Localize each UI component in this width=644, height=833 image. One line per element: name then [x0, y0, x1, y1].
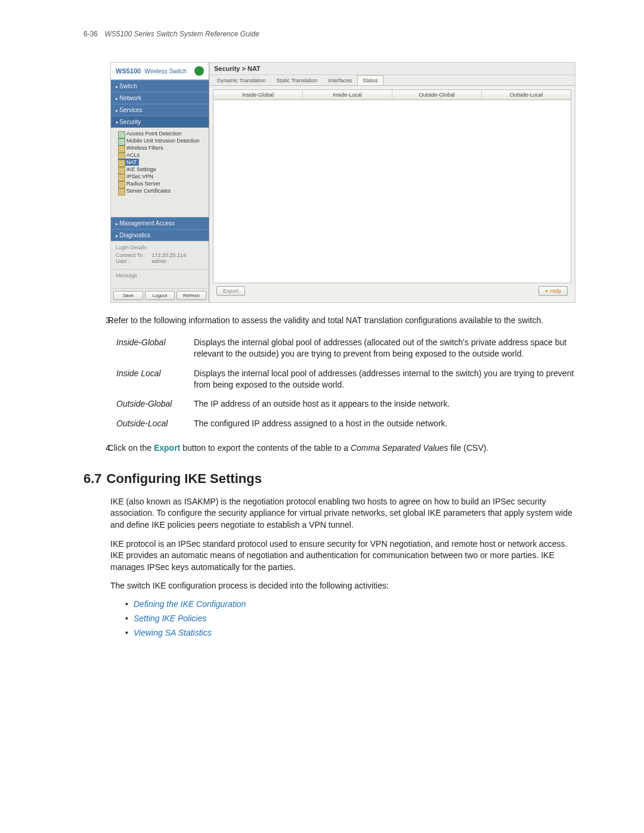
tree-radius[interactable]: Radius Server [118, 180, 206, 187]
table-body [213, 100, 571, 283]
bottom-buttons: Save Logout Refresh [111, 288, 209, 302]
tree-apd[interactable]: Access Point Detection [118, 130, 206, 137]
section-num: 6.7 [83, 471, 102, 486]
security-tree: Access Point Detection Mobile Unit Intru… [111, 128, 209, 217]
step-3: 3. Refer to the following information to… [116, 315, 578, 326]
para-1: IKE (also known as ISAKMP) is the negoti… [110, 496, 578, 531]
nav-management[interactable]: Management Access [111, 217, 209, 229]
table-area: Inside-Global Inside-Local Outside-Globa… [209, 86, 575, 302]
tree-ipsec[interactable]: IPSec VPN [118, 173, 206, 180]
save-button[interactable]: Save [113, 291, 143, 300]
nav-services[interactable]: Services [111, 104, 209, 116]
def-il-desc: Displays the internal local pool of addr… [194, 368, 578, 391]
brand-area: WS5100 Wireless Switch [111, 63, 209, 80]
user-value: admin [152, 258, 167, 264]
main-panel: Security > NAT Dynamic Translation Stati… [209, 63, 575, 302]
step-3-text: Refer to the following information to as… [108, 315, 543, 325]
col-inside-global[interactable]: Inside-Global [213, 90, 303, 100]
table-footer: Export Help [213, 283, 571, 299]
sidebar: WS5100 Wireless Switch Switch Network Se… [111, 63, 209, 302]
export-button[interactable]: Export [216, 286, 245, 296]
def-ol-term: Outside-Local [116, 418, 194, 429]
tree-nat[interactable]: NAT [118, 159, 139, 166]
para-3: The switch IKE configuration process is … [110, 580, 578, 592]
link-define-ike[interactable]: Defining the IKE Configuration [125, 599, 578, 609]
table-header: Inside-Global Inside-Local Outside-Globa… [213, 89, 571, 100]
definitions: Inside-Global Displays the internal glob… [116, 337, 578, 429]
logout-button[interactable]: Logout [145, 291, 175, 300]
link-set-policies[interactable]: Setting IKE Policies [125, 614, 578, 623]
step-4: 4. Click on the Export button to export … [116, 442, 578, 454]
def-ig-term: Inside-Global [116, 337, 194, 360]
tab-interfaces[interactable]: Interfaces [323, 75, 358, 85]
def-il-term: Inside Local [116, 368, 194, 391]
help-button[interactable]: Help [538, 286, 568, 296]
export-word: Export [154, 443, 180, 453]
def-og-term: Outside-Global [116, 398, 194, 410]
tab-status[interactable]: Status [357, 75, 383, 85]
step-4-post: file (CSV). [448, 443, 489, 453]
brand-icon [194, 66, 204, 76]
col-outside-global[interactable]: Outside-Global [392, 90, 482, 100]
section-heading: 6.7Configuring IKE Settings [83, 471, 578, 487]
para-2: IKE protocol is an IPSec standard protoc… [110, 538, 578, 574]
page-header: 6-36 WS5100 Series Switch System Referen… [83, 30, 578, 38]
tree-wf[interactable]: Wireless Filters [118, 144, 206, 151]
def-og-desc: The IP address of an outside host as it … [194, 398, 578, 410]
tabs: Dynamic Translation Static Translation I… [209, 75, 575, 86]
login-title: Login Details [116, 244, 204, 250]
tree-ike[interactable]: IKE Settings [118, 166, 206, 173]
message-title: Message [116, 272, 204, 278]
refresh-button[interactable]: Refresh [177, 291, 206, 300]
csv-word: Comma Separated Values [351, 443, 448, 453]
breadcrumb: Security > NAT [209, 63, 575, 75]
def-ig-desc: Displays the internal global pool of add… [194, 337, 578, 360]
col-inside-local[interactable]: Inside-Local [303, 90, 392, 100]
product-name: WS5100 [116, 67, 141, 75]
link-view-sa[interactable]: Viewing SA Statistics [125, 628, 578, 637]
connect-label: Connect To : [116, 252, 150, 258]
tab-static[interactable]: Static Translation [271, 75, 323, 85]
col-outside-local[interactable]: Outside-Local [482, 90, 571, 100]
tree-certs[interactable]: Server Certificates [118, 187, 206, 194]
def-ol-desc: The configured IP address assigned to a … [194, 418, 578, 429]
step-4-pre: Click on the [108, 443, 154, 453]
connect-value: 172.20.25.114 [152, 252, 187, 258]
login-details: Login Details Connect To : 172.20.25.114… [111, 241, 209, 269]
section-title: Configuring IKE Settings [107, 471, 262, 486]
screenshot-panel: WS5100 Wireless Switch Switch Network Se… [110, 62, 575, 303]
nav-network[interactable]: Network [111, 92, 209, 104]
user-label: User : [116, 258, 150, 264]
message-box: Message [111, 269, 209, 288]
tree-acls[interactable]: ACLs [118, 151, 206, 159]
nav-diagnostics[interactable]: Diagnostics [111, 229, 209, 241]
nav-switch[interactable]: Switch [111, 80, 209, 92]
link-list: Defining the IKE Configuration Setting I… [125, 599, 578, 637]
nav-security[interactable]: Security [111, 116, 209, 128]
page-number: 6-36 [83, 30, 98, 38]
doc-title: WS5100 Series Switch System Reference Gu… [104, 30, 259, 38]
tab-dynamic[interactable]: Dynamic Translation [212, 75, 271, 85]
tree-muid[interactable]: Mobile Unit Intrusion Detection [118, 137, 206, 144]
product-sub: Wireless Switch [144, 68, 187, 75]
step-4-mid: button to export the contents of the tab… [180, 443, 351, 453]
